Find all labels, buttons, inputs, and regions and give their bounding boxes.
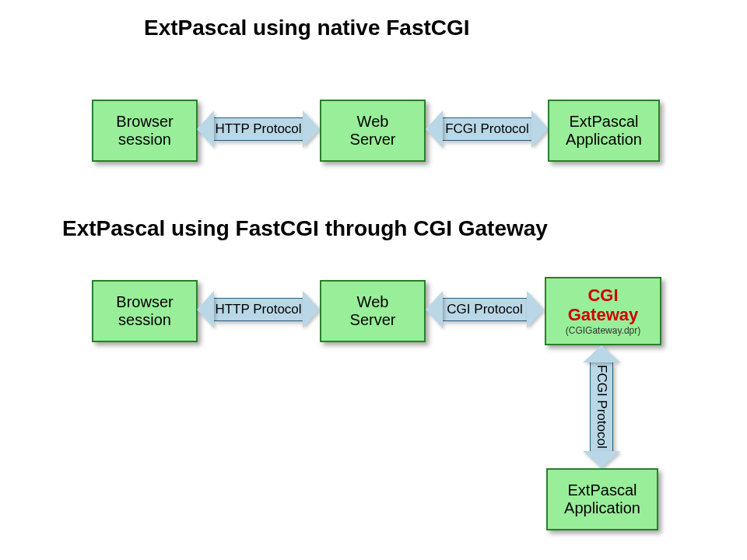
d2-node-web: Web Server — [320, 280, 426, 342]
d1-node-app: ExtPascal Application — [548, 100, 660, 162]
d2-node-app-l1: ExtPascal — [568, 481, 637, 499]
d2-conn-fcgi: FCGI Protocol — [583, 345, 620, 468]
arrow-head-up-icon — [583, 345, 620, 362]
d1-conn-fcgi-label: FCGI Protocol — [443, 117, 531, 141]
arrow-head-right-icon — [527, 291, 544, 328]
arrow-head-left-icon — [197, 291, 214, 328]
diagram1-title: ExtPascal using native FastCGI — [144, 16, 470, 40]
d1-node-app-l2: Application — [566, 131, 642, 149]
arrow-head-down-icon — [583, 451, 620, 468]
d2-node-browser: Browser session — [92, 280, 198, 342]
diagram-canvas: ExtPascal using native FastCGI Browser s… — [0, 0, 747, 560]
d1-conn-http: HTTP Protocol — [197, 110, 320, 148]
arrow-head-left-icon — [426, 110, 443, 148]
d2-conn-cgi: CGI Protocol — [426, 291, 544, 328]
d2-conn-cgi-label: CGI Protocol — [443, 298, 527, 321]
d2-node-gateway-l1: CGI — [587, 285, 618, 305]
d2-node-web-l1: Web — [357, 293, 389, 311]
arrow-head-right-icon — [303, 291, 320, 328]
d1-node-browser-l1: Browser — [116, 113, 173, 131]
d1-node-browser: Browser session — [92, 100, 198, 162]
arrow-head-left-icon — [426, 291, 443, 328]
d2-node-app-l2: Application — [564, 499, 640, 517]
d1-node-browser-l2: session — [118, 131, 171, 149]
d2-node-app: ExtPascal Application — [546, 468, 658, 530]
d1-node-web-l2: Server — [350, 131, 396, 149]
d1-conn-fcgi: FCGI Protocol — [426, 110, 549, 148]
d2-node-gateway: CGI Gateway (CGIGateway.dpr) — [545, 277, 661, 345]
d2-node-browser-l1: Browser — [116, 293, 173, 311]
d2-node-gateway-l2: Gateway — [568, 305, 639, 324]
arrow-head-left-icon — [197, 110, 214, 148]
diagram2-title: ExtPascal using FastCGI through CGI Gate… — [62, 216, 548, 241]
d1-conn-http-label: HTTP Protocol — [214, 117, 303, 141]
d2-conn-http: HTTP Protocol — [197, 291, 320, 328]
d1-node-web: Web Server — [320, 100, 426, 162]
d1-node-web-l1: Web — [357, 113, 389, 131]
d2-node-gateway-sub: (CGIGateway.dpr) — [566, 326, 640, 337]
d1-node-app-l1: ExtPascal — [570, 113, 639, 131]
d2-conn-fcgi-label: FCGI Protocol — [594, 365, 609, 449]
arrow-head-right-icon — [531, 110, 549, 148]
arrow-head-right-icon — [303, 110, 320, 148]
d2-node-browser-l2: session — [118, 311, 171, 329]
d2-node-web-l2: Server — [350, 311, 396, 329]
d2-conn-http-label: HTTP Protocol — [214, 298, 303, 321]
